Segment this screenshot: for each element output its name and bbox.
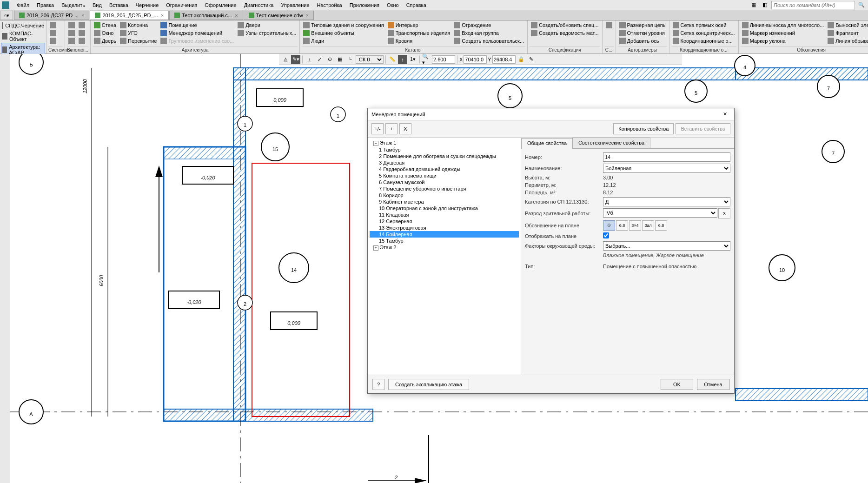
close-icon[interactable]: × [81,13,84,18]
number-input[interactable] [603,152,730,162]
pick-icon[interactable]: ◬ [281,55,290,64]
snap3-icon[interactable]: ⊙ [325,55,334,64]
snap2-icon[interactable]: ⤢ [315,55,324,64]
toggle-button[interactable]: +/- [371,123,384,134]
nodes-button[interactable]: Узлы строительных... [236,29,298,37]
gear-button[interactable] [604,21,614,29]
door-button[interactable]: Дверь [93,37,118,45]
tree-room-item[interactable]: 6 Санузел мужской [370,179,519,185]
tree-room-item[interactable]: 13 Электрощитовая [370,225,519,231]
entrance-button[interactable]: Входная группа [452,29,525,37]
break-line-button[interactable]: Линия обрыва [826,37,868,45]
measure-icon[interactable]: 📏 [388,55,397,64]
menu-diag[interactable]: Диагностика [240,1,278,9]
tool-btn[interactable] [67,37,76,45]
menu-settings[interactable]: Настройка [313,1,346,9]
roof-button[interactable]: Кровля [386,37,452,45]
kompas-obj-button[interactable]: КОМПАС-Объект [1,30,45,43]
create-list-button[interactable]: Создать ведомость мат... [530,29,600,37]
tab-general[interactable]: Общие свойства [521,138,573,149]
tree-floor-2[interactable]: +Этаж 2 [370,244,519,251]
spds-button[interactable]: СПДС.Черчение [1,21,45,30]
menu-draw[interactable]: Черчение [132,1,163,9]
change-marker-button[interactable]: Маркер изменений [741,29,826,37]
env-select[interactable]: Выбрать... [603,241,730,251]
snap-icon[interactable]: ⟂ [305,55,314,64]
vtool-1[interactable] [1,55,9,63]
cs-select[interactable]: СК 0 [356,55,384,64]
grid-straight-button[interactable]: Сетка прямых осей [671,21,736,29]
menu-edit[interactable]: Правка [33,1,58,9]
plan-icon-4[interactable]: Зал [642,220,654,231]
search-icon[interactable]: 🔍 [857,0,866,10]
tree-room-item[interactable]: 14 Бойлерная [370,231,519,238]
command-search[interactable] [771,1,855,9]
x-input[interactable] [464,55,487,64]
tool-btn[interactable] [77,29,86,37]
tree-room-item[interactable]: 10 Операторная с зоной для инструктажа [370,205,519,212]
doors-button[interactable]: Двери [236,21,298,29]
slope-marker-button[interactable]: Маркер уклона [741,37,826,45]
tree-room-item[interactable]: 1 Тамбур [370,146,519,153]
add-button[interactable]: + [385,123,398,134]
window-button[interactable]: Окно [93,29,118,37]
leader-button[interactable]: Линия-выноска для многосло... [741,21,826,29]
num-icon[interactable]: 1▾ [408,55,417,64]
doc-tab-4[interactable]: Тест смещение.cdw× [244,11,314,20]
rooms-tree[interactable]: −Этаж 1 1 Тамбур2 Помещение для обогрева… [368,138,521,375]
category-select[interactable]: Д [603,197,730,206]
tree-floor-1[interactable]: −Этаж 1 [370,139,519,146]
close-icon[interactable]: × [161,13,164,18]
menu-insert[interactable]: Вставка [106,1,132,9]
tree-room-item[interactable]: 8 Коридор [370,192,519,198]
plan-icon-5[interactable]: 6.8 [655,220,667,231]
help-button[interactable]: ? [372,379,384,390]
y-input[interactable] [492,55,516,64]
tree-room-item[interactable]: 7 Помещение уборочного инвентаря [370,185,519,192]
coord-button[interactable]: Координационные о... [671,37,736,45]
vtool-3[interactable] [1,73,9,82]
cs-icon[interactable]: └ [345,55,355,64]
typical-bldg-button[interactable]: Типовые здания и сооружения [302,21,385,29]
tree-room-item[interactable]: 11 Кладовая [370,212,519,218]
user-create-button[interactable]: Создать пользовательск... [452,37,525,45]
delete-button[interactable]: X [399,123,411,134]
cancel-button[interactable]: Отмена [697,379,729,390]
menu-window[interactable]: Окно [383,1,403,9]
menu-help[interactable]: Справка [403,1,430,9]
fence-button[interactable]: Ограждение [452,21,525,29]
callout-button[interactable]: Выносной элемент [826,21,868,29]
menu-file[interactable]: Файл [13,1,33,9]
home-button[interactable]: ⌂▾ [0,11,13,20]
tab-lighting[interactable]: Светотехнические свойства [572,138,650,148]
tree-room-item[interactable]: 9 Кабинет мастера [370,198,519,205]
scale-input[interactable] [432,55,455,64]
tool-btn[interactable] [77,37,86,45]
doc-tab-2[interactable]: 2019_206_ДС25_PD_...× [90,11,169,20]
plan-icon-1[interactable]: ① [603,220,615,231]
zoom-icon[interactable]: 🔍▾ [422,55,431,64]
visual-select[interactable]: IVб [603,208,717,218]
close-button[interactable]: ✕ [719,110,730,119]
fragment-button[interactable]: Фрагмент [826,29,868,37]
group-edit-button[interactable]: Групповое изменение сво... [159,37,235,45]
lock-icon[interactable]: 🔒 [517,55,526,64]
tree-room-item[interactable]: 12 Серверная [370,218,519,225]
layout-icon[interactable]: ▦ [749,0,758,10]
vtool-2[interactable] [1,64,9,73]
grid-icon[interactable]: ▦ [335,55,345,64]
copy-props-button[interactable]: Копировать свойства [613,123,674,134]
ugo-button[interactable]: УГО [119,29,158,37]
dim-chain-button[interactable]: Размерная цепь [618,21,667,29]
tool-btn[interactable] [77,21,86,29]
visual-clear-button[interactable]: X [718,208,730,218]
add-axis-button[interactable]: Добавить ось [618,37,667,45]
room-manager-button[interactable]: Менеджер помещений [159,29,235,37]
dialog-titlebar[interactable]: Менеджер помещений ✕ [368,108,734,120]
edit-icon[interactable]: ✎ [527,55,536,64]
slab-button[interactable]: Перекрытие [119,37,158,45]
create-explication-button[interactable]: Создать экспликацию этажа [388,379,469,390]
brush-icon[interactable]: ✎▾ [291,55,300,64]
name-select[interactable]: Бойлерная [603,164,730,173]
tree-room-item[interactable]: 4 Гардеробная домашней одежды [370,166,519,172]
